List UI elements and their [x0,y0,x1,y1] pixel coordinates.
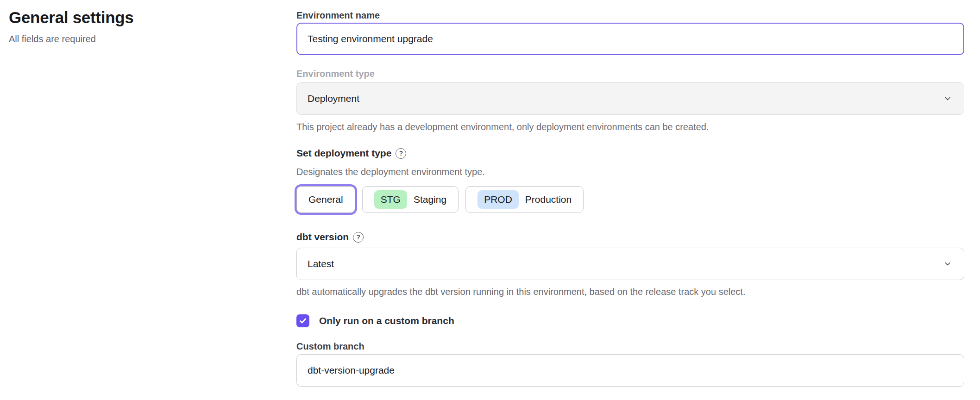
deployment-type-production-button[interactable]: PROD Production [465,186,584,213]
custom-branch-checkbox[interactable] [296,314,309,327]
check-icon [299,317,307,325]
dbt-version-label: dbt version [296,231,349,243]
dbt-version-section: dbt version ? [296,231,964,243]
staging-badge: STG [374,190,407,209]
page-title: General settings [9,7,203,28]
deployment-type-options: General STG Staging PROD Production [296,183,964,216]
production-option-label: Production [525,194,572,205]
deployment-type-section: Set deployment type ? [296,147,964,159]
environment-name-input[interactable] [296,23,964,55]
environment-name-label: Environment name [296,10,964,21]
dbt-version-select[interactable]: Latest [296,248,964,280]
production-badge: PROD [477,190,519,209]
custom-branch-toggle-row: Only run on a custom branch [296,314,964,328]
page-subtitle: All fields are required [9,33,203,44]
environment-type-value: Deployment [308,93,359,104]
chevron-down-icon [943,260,952,268]
custom-branch-toggle-label[interactable]: Only run on a custom branch [319,315,454,326]
deployment-type-staging-button[interactable]: STG Staging [362,186,459,213]
environment-type-select[interactable]: Deployment [296,82,964,115]
general-option-label: General [308,194,343,205]
deployment-type-label: Set deployment type [296,147,391,159]
settings-intro: General settings All fields are required [9,7,203,44]
custom-branch-input[interactable] [296,354,964,387]
help-icon[interactable]: ? [353,232,364,243]
environment-type-label: Environment type [296,68,964,79]
deployment-type-description: Designates the deployment environment ty… [296,166,964,177]
custom-branch-label: Custom branch [296,341,964,352]
deployment-type-general-button[interactable]: General [296,186,355,213]
staging-option-label: Staging [414,194,446,205]
dbt-version-help: dbt automatically upgrades the dbt versi… [296,286,964,297]
dbt-version-value: Latest [308,258,334,269]
help-icon[interactable]: ? [396,148,406,159]
chevron-down-icon [943,94,952,103]
environment-type-help: This project already has a development e… [296,121,964,132]
environment-settings-form: Environment name Environment type Deploy… [296,0,964,387]
